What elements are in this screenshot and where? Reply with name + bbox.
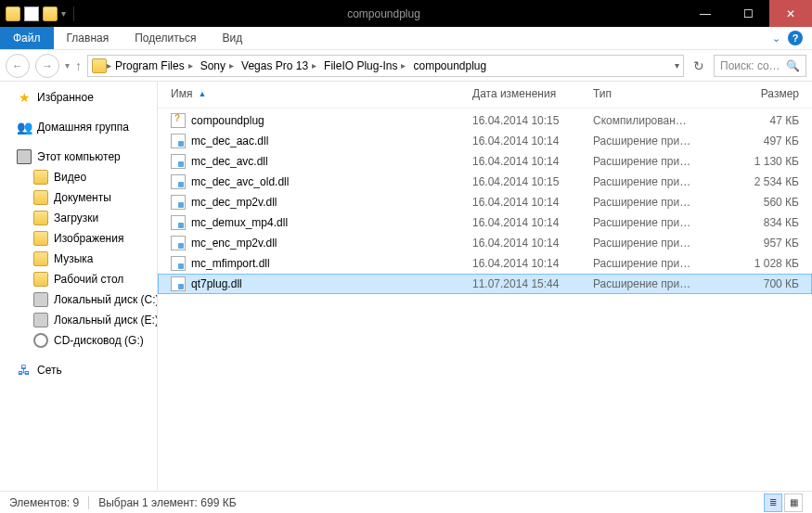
- chevron-down-icon[interactable]: ⌄: [772, 32, 780, 45]
- dll-file-icon: [171, 154, 186, 169]
- help-icon[interactable]: ?: [788, 31, 803, 45]
- file-name: mc_dec_aac.dll: [191, 135, 268, 147]
- star-icon: ★: [17, 90, 32, 105]
- file-row[interactable]: mc_dec_avc.dll16.04.2014 10:14Расширение…: [158, 151, 812, 172]
- file-name: compoundplug: [191, 114, 264, 127]
- file-size: 2 534 КБ: [719, 174, 803, 189]
- file-row[interactable]: mc_enc_mp2v.dll16.04.2014 10:14Расширени…: [158, 233, 812, 253]
- file-size: 1 028 КБ: [719, 256, 803, 271]
- dll-file-icon: [171, 195, 186, 210]
- separator: [88, 496, 89, 509]
- column-size[interactable]: Размер: [719, 85, 803, 102]
- tree-item[interactable]: Музыка: [0, 249, 157, 269]
- qat-dropdown-icon[interactable]: ▾: [61, 8, 66, 19]
- column-name[interactable]: Имя▲: [167, 85, 469, 102]
- tab-share[interactable]: Поделиться: [122, 27, 209, 49]
- tree-item-label: Локальный диск (E:): [54, 314, 158, 327]
- file-date: 16.04.2014 10:15: [469, 174, 589, 189]
- tree-item[interactable]: CD-дисковод (G:): [0, 330, 157, 351]
- view-details-button[interactable]: ≣: [764, 494, 782, 512]
- qat-properties-icon[interactable]: [24, 6, 39, 21]
- breadcrumb[interactable]: compoundplug: [409, 59, 490, 72]
- maximize-button[interactable]: ☐: [727, 0, 769, 27]
- file-type: Расширение при…: [589, 195, 719, 210]
- tab-view[interactable]: Вид: [209, 27, 255, 49]
- tree-item[interactable]: Локальный диск (E:): [0, 310, 157, 330]
- address-row: ← → ▾ ↑ ▸ Program Files ▸ Sony ▸ Vegas P…: [0, 50, 812, 82]
- file-size: 834 КБ: [719, 215, 803, 230]
- folder-icon: [33, 190, 48, 205]
- history-dropdown-icon[interactable]: ▾: [65, 60, 70, 71]
- qat-newfolder-icon[interactable]: [43, 6, 58, 21]
- address-bar[interactable]: ▸ Program Files ▸ Sony ▸ Vegas Pro 13 ▸ …: [87, 55, 684, 77]
- file-type: Расширение при…: [589, 236, 719, 250]
- qat-folder-icon[interactable]: [6, 6, 20, 21]
- tab-home[interactable]: Главная: [54, 27, 122, 49]
- file-row[interactable]: mc_dec_avc_old.dll16.04.2014 10:15Расшир…: [158, 172, 812, 192]
- file-name: qt7plug.dll: [191, 277, 242, 290]
- folder-icon: [33, 231, 48, 246]
- file-row[interactable]: qt7plug.dll11.07.2014 15:44Расширение пр…: [158, 274, 812, 294]
- chm-file-icon: [171, 113, 186, 128]
- file-name: mc_enc_mp2v.dll: [191, 237, 277, 250]
- ribbon-tabs: Файл Главная Поделиться Вид ⌄ ?: [0, 27, 812, 50]
- breadcrumb[interactable]: FileIO Plug-Ins ▸: [320, 59, 409, 72]
- file-date: 16.04.2014 10:14: [469, 215, 589, 230]
- tree-item-label: Музыка: [54, 252, 93, 265]
- folder-icon: [33, 251, 48, 266]
- file-size: 957 КБ: [719, 236, 803, 250]
- tree-item[interactable]: Рабочий стол: [0, 269, 157, 289]
- column-type[interactable]: Тип: [589, 85, 719, 102]
- up-button[interactable]: ↑: [75, 58, 82, 73]
- address-dropdown-icon[interactable]: ▾: [675, 60, 679, 71]
- file-size: 1 130 КБ: [719, 154, 803, 169]
- file-name: mc_dec_mp2v.dll: [191, 196, 277, 209]
- breadcrumb[interactable]: Sony ▸: [197, 59, 238, 72]
- minimize-button[interactable]: —: [684, 0, 727, 27]
- tree-item[interactable]: Локальный диск (C:): [0, 289, 157, 310]
- tree-item-label: Видео: [54, 171, 86, 184]
- tree-item[interactable]: Видео: [0, 167, 157, 187]
- column-date[interactable]: Дата изменения: [469, 85, 589, 102]
- file-type: Расширение при…: [589, 174, 719, 189]
- tree-network[interactable]: 🖧Сеть: [0, 360, 157, 380]
- file-name: mc_demux_mp4.dll: [191, 216, 288, 229]
- drive-icon: [33, 292, 48, 307]
- tree-item-label: Локальный диск (C:): [54, 293, 158, 306]
- file-size: 560 КБ: [719, 195, 803, 210]
- network-icon: 🖧: [17, 363, 32, 378]
- search-input[interactable]: Поиск: co… 🔍: [714, 55, 806, 77]
- file-row[interactable]: mc_dec_aac.dll16.04.2014 10:14Расширение…: [158, 131, 812, 151]
- file-row[interactable]: mc_demux_mp4.dll16.04.2014 10:14Расширен…: [158, 212, 812, 233]
- file-row[interactable]: compoundplug16.04.2014 10:15Скомпилирова…: [158, 110, 812, 131]
- breadcrumb[interactable]: Vegas Pro 13 ▸: [238, 59, 320, 72]
- folder-icon: [33, 211, 48, 225]
- back-button[interactable]: ←: [6, 54, 30, 78]
- folder-icon: [92, 58, 107, 73]
- forward-button[interactable]: →: [35, 54, 59, 78]
- breadcrumb[interactable]: Program Files ▸: [111, 59, 197, 72]
- file-size: 700 КБ: [719, 276, 803, 291]
- tree-item[interactable]: Загрузки: [0, 208, 157, 228]
- tree-computer[interactable]: Этот компьютер: [0, 147, 157, 167]
- tree-item[interactable]: Документы: [0, 187, 157, 208]
- tree-homegroup[interactable]: 👥Домашняя группа: [0, 117, 157, 137]
- column-headers: Имя▲ Дата изменения Тип Размер: [158, 82, 812, 109]
- file-row[interactable]: mc_dec_mp2v.dll16.04.2014 10:14Расширени…: [158, 192, 812, 212]
- tree-item[interactable]: Изображения: [0, 228, 157, 249]
- navigation-tree: ★Избранное 👥Домашняя группа Этот компьют…: [0, 82, 158, 491]
- view-icons-button[interactable]: ▦: [784, 494, 803, 512]
- refresh-button[interactable]: ↻: [690, 58, 708, 73]
- tree-favorites[interactable]: ★Избранное: [0, 87, 157, 108]
- close-button[interactable]: ✕: [769, 0, 812, 27]
- file-type: Расширение при…: [589, 256, 719, 271]
- file-size: 47 КБ: [719, 113, 803, 128]
- tab-file[interactable]: Файл: [0, 27, 54, 49]
- status-count: Элементов: 9: [9, 496, 79, 509]
- separator: [73, 6, 74, 21]
- dll-file-icon: [171, 215, 186, 230]
- file-row[interactable]: mc_mfimport.dll16.04.2014 10:14Расширени…: [158, 253, 812, 274]
- search-placeholder: Поиск: co…: [720, 59, 780, 72]
- file-name: mc_dec_avc_old.dll: [191, 175, 289, 188]
- folder-icon: [33, 272, 48, 287]
